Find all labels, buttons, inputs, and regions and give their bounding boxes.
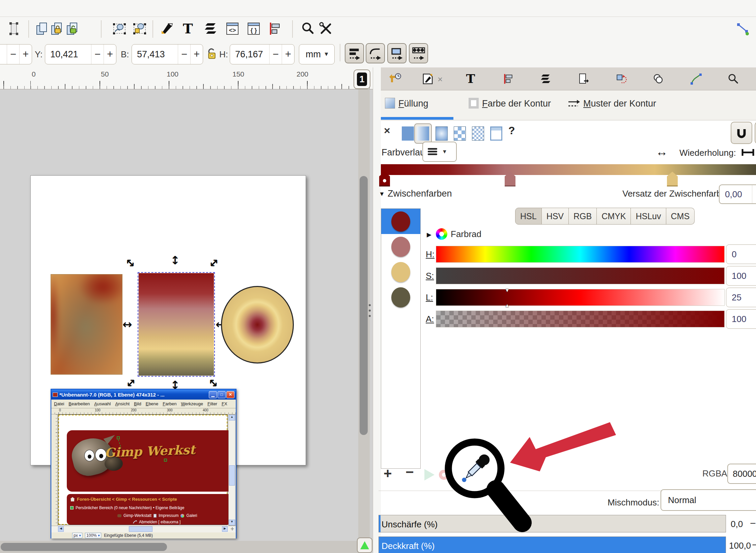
canvas-hscrollbar[interactable] — [0, 541, 358, 553]
objects-dialog-icon[interactable]: { } — [246, 21, 261, 36]
rgba-value[interactable]: 800000ff — [728, 469, 756, 479]
colorspace-rgb[interactable]: RGB — [569, 208, 597, 225]
find-icon[interactable] — [300, 21, 315, 36]
mesh-gradient-rect[interactable] — [51, 274, 122, 375]
y-plus-button[interactable]: + — [104, 45, 116, 64]
y-field[interactable]: 10,421 − + — [45, 44, 116, 64]
calligraphy-pen-icon[interactable] — [159, 21, 174, 36]
height-minus-button[interactable]: − — [269, 45, 282, 64]
height-field[interactable]: 76,167 − + — [230, 44, 295, 64]
alpha-value[interactable]: 100 — [726, 314, 756, 324]
tab-align[interactable] — [500, 70, 517, 88]
offset-minus-button[interactable]: − — [752, 185, 756, 203]
y-minus-button[interactable]: − — [91, 45, 104, 64]
canvas-page[interactable]: ↕ ↕ ↔ ↔ ↔ ↔ ↔ ↔ *Unbenannt-7.0 (RGB, 1 E… — [30, 175, 306, 465]
gradient-select-dropdown[interactable]: ▼ — [422, 142, 457, 162]
canvas-desk[interactable]: ↕ ↕ ↔ ↔ ↔ ↔ ↔ ↔ *Unbenannt-7.0 (RGB, 1 E… — [0, 89, 373, 553]
radial-gradient-ellipse[interactable] — [221, 286, 294, 363]
panel-splitter-grip[interactable] — [369, 304, 371, 306]
hue-spinner[interactable]: 0 − — [726, 244, 756, 264]
horizontal-ruler[interactable]: 0 50 100 150 200 — [0, 67, 373, 89]
saturation-slider[interactable] — [436, 267, 725, 284]
scale-handle-top-right[interactable]: ↔ — [205, 255, 222, 271]
width-field[interactable]: 57,413 − + — [132, 44, 203, 64]
snap-distribution-button[interactable] — [409, 43, 428, 63]
opacity-minus-button[interactable]: − — [752, 539, 756, 551]
tab-text[interactable]: T — [462, 70, 479, 88]
height-plus-button[interactable]: + — [282, 45, 294, 64]
text-tool-icon[interactable]: T — [180, 21, 196, 36]
selected-gradient-rect[interactable] — [139, 273, 214, 376]
gradient-preview-bar[interactable] — [381, 164, 756, 175]
fill-pattern-button[interactable] — [454, 126, 466, 141]
repeat-mode-icon[interactable] — [741, 148, 755, 157]
panel-splitter-grip[interactable] — [369, 315, 371, 317]
saturation-value[interactable]: 100 — [726, 271, 756, 281]
stop-list-item-selected[interactable] — [381, 209, 420, 234]
x-minus-button[interactable]: − — [7, 45, 19, 64]
lightness-spinner[interactable]: 25 − — [726, 288, 756, 307]
offset-value[interactable]: 0,00 — [720, 189, 752, 200]
stop-list-item[interactable] — [381, 285, 420, 310]
lock-object-icon[interactable] — [49, 21, 64, 36]
wheel-expander-icon[interactable]: ▶ — [427, 231, 431, 238]
stops-expander-icon[interactable]: ▼ — [379, 191, 385, 198]
snap-nodes-button[interactable] — [366, 43, 385, 63]
color-managed-toggle[interactable] — [357, 537, 372, 553]
colorspace-cmyk[interactable]: CMYK — [597, 208, 631, 225]
stop-list-item[interactable] — [381, 259, 420, 285]
page-number-badge[interactable]: 1 — [354, 69, 370, 89]
saturation-spinner[interactable]: 100 − — [726, 266, 756, 286]
duplicate-icon[interactable] — [34, 21, 50, 36]
colorspace-hsluv[interactable]: HSLuv — [631, 208, 666, 225]
fill-flat-button[interactable] — [402, 126, 414, 141]
scale-handle-top[interactable]: ↕ — [170, 254, 180, 267]
scale-handle-bottom-right[interactable]: ↔ — [205, 375, 222, 391]
wheel-label[interactable]: Farbrad — [451, 229, 481, 239]
layers-icon[interactable] — [203, 21, 219, 36]
fill-radial-button[interactable] — [436, 126, 448, 141]
gradient-stop-list[interactable] — [381, 208, 421, 469]
scale-handle-left[interactable]: ↔ — [122, 318, 132, 331]
fill-unset-button[interactable]: ? — [508, 124, 515, 137]
blur-minus-button[interactable]: − — [750, 518, 756, 529]
snap-alignment-button[interactable] — [387, 43, 407, 63]
canvas-vscrollbar[interactable] — [358, 89, 370, 538]
tab-close-icon[interactable]: × — [438, 74, 443, 85]
unit-dropdown[interactable]: mm ▼ — [299, 44, 335, 64]
snap-toggle-icon[interactable] — [735, 21, 750, 36]
scale-handle-top-left[interactable]: ↔ — [122, 255, 139, 271]
fill-linear-button[interactable] — [417, 126, 429, 141]
opacity-value[interactable]: 100,0 — [729, 541, 751, 551]
align-distribute-icon[interactable] — [267, 21, 282, 36]
scale-handle-bottom-left[interactable]: ↔ — [122, 375, 139, 391]
tab-fill[interactable]: Füllung — [398, 98, 428, 109]
gradient-edit-button[interactable] — [731, 122, 752, 144]
hue-value[interactable]: 0 — [726, 249, 756, 260]
hue-slider[interactable] — [436, 246, 725, 263]
blend-mode-dropdown[interactable]: Normal — [661, 489, 756, 511]
snap-bbox-button[interactable] — [345, 43, 364, 63]
width-value[interactable]: 57,413 — [132, 49, 178, 60]
width-plus-button[interactable]: + — [190, 45, 203, 64]
opacity-slider[interactable]: Deckkraft (%) — [379, 536, 726, 553]
gradient-reverse-icon[interactable]: ↔ — [656, 145, 668, 159]
ungroup-icon[interactable] — [132, 21, 147, 36]
lock-ratio-icon[interactable] — [204, 46, 220, 61]
rgba-field[interactable]: 800000ff — [727, 464, 756, 484]
y-value[interactable]: 10,421 — [45, 49, 91, 60]
lightness-slider[interactable]: ▼ ▲ — [436, 289, 725, 306]
stop-list-item[interactable] — [381, 234, 420, 259]
height-value[interactable]: 76,167 — [230, 49, 269, 60]
colorspace-hsv[interactable]: HSV — [542, 208, 569, 225]
tab-layers[interactable] — [537, 70, 555, 88]
vscrollbar-thumb[interactable] — [360, 176, 368, 435]
alpha-slider[interactable] — [436, 311, 725, 327]
colorspace-cms[interactable]: CMS — [666, 208, 695, 225]
width-minus-button[interactable]: − — [178, 45, 190, 64]
xml-editor-icon[interactable]: <> — [225, 21, 240, 36]
unlock-object-icon[interactable] — [64, 21, 80, 36]
panel-splitter-grip[interactable] — [369, 310, 371, 312]
selector-tool-icon[interactable] — [6, 21, 22, 36]
x-plus-button[interactable]: + — [19, 45, 32, 64]
